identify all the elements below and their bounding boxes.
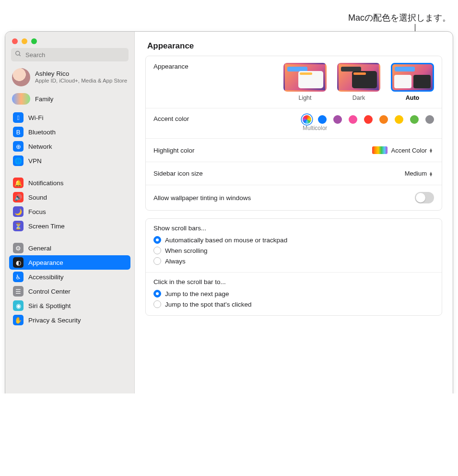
notifications-icon: 🔔 [13, 178, 23, 188]
sidebar-item-sound[interactable]: 🔊Sound [9, 190, 130, 204]
screen-time-icon: ⏳ [13, 221, 23, 231]
radio-icon [153, 290, 161, 298]
appearance-option-label: Light [298, 95, 311, 101]
sidebar-item-label: Notifications [28, 179, 64, 187]
accent-swatch-2[interactable] [333, 115, 342, 124]
appearance-label: Appearance [153, 63, 188, 70]
page-title: Appearance [135, 32, 453, 56]
scrollclick-option-label: Jump to the spot that's clicked [165, 301, 251, 308]
chevron-updown-icon: ▴▾ [430, 171, 432, 176]
sidebar-item-label: Wi-Fi [28, 114, 43, 121]
accent-swatch-3[interactable] [349, 115, 357, 124]
sidebar-item-label: Appearance [28, 259, 63, 266]
accent-swatch-6[interactable] [395, 115, 403, 124]
scrollclick-option[interactable]: Jump to the spot that's clicked [153, 299, 434, 309]
scrollbars-option[interactable]: When scrolling [153, 245, 434, 256]
scrollclick-option[interactable]: Jump to the next page [153, 288, 434, 299]
sidebar-item-label: Screen Time [28, 223, 65, 230]
accent-swatch-1[interactable] [318, 115, 327, 124]
appearance-option-dark[interactable] [337, 63, 380, 92]
sidebar-item-network[interactable]: ⊕Network [9, 139, 130, 154]
highlight-value: Accent Color [391, 147, 427, 154]
callout-top-text: Macの配色を選択します。 [249, 12, 451, 24]
account-name: Ashley Rico [35, 70, 127, 77]
chevron-updown-icon: ▴▾ [430, 148, 432, 153]
wi-fi-icon: 􀙇 [13, 112, 23, 123]
avatar [12, 68, 30, 86]
accent-swatch-7[interactable] [410, 115, 419, 124]
wallpaper-tint-label: Allow wallpaper tinting in windows [153, 194, 251, 202]
accessibility-icon: ♿︎ [13, 272, 23, 282]
vpn-icon: 🌐 [13, 155, 23, 166]
sidebar-item-label: General [28, 245, 51, 252]
main-panel: Appearance Appearance LightDarkAuto Acce… [135, 32, 453, 393]
scrollbars-option[interactable]: Always [153, 256, 434, 266]
sidebar-item-focus[interactable]: 🌙Focus [9, 204, 130, 219]
wallpaper-tint-toggle[interactable] [415, 192, 434, 203]
network-icon: ⊕ [13, 141, 23, 152]
minimize-button[interactable] [22, 38, 27, 44]
family-icon [12, 93, 30, 105]
close-button[interactable] [12, 38, 18, 44]
sidebar-item-label: Network [28, 143, 52, 150]
focus-icon: 🌙 [13, 206, 23, 217]
siri-spotlight-icon: ◉ [13, 300, 23, 311]
sidebar-item-label: Bluetooth [28, 129, 56, 136]
scrollbars-option-label: Always [165, 258, 186, 265]
apple-id-row[interactable]: Ashley Rico Apple ID, iCloud+, Media & A… [5, 66, 134, 91]
accent-swatch-4[interactable] [364, 115, 373, 124]
sidebar-item-siri-spotlight[interactable]: ◉Siri & Spotlight [9, 298, 130, 313]
sidebar-item-screen-time[interactable]: ⏳Screen Time [9, 219, 130, 233]
scroll-panel: Show scroll bars... Automatically based … [145, 218, 442, 316]
scrollbars-option-label: When scrolling [165, 247, 208, 254]
sidebar: Ashley Rico Apple ID, iCloud+, Media & A… [5, 32, 135, 393]
sidebar-item-wi-fi[interactable]: 􀙇Wi-Fi [9, 110, 130, 125]
sidebar-item-label: Control Center [28, 288, 70, 295]
zoom-button[interactable] [31, 38, 37, 44]
window-controls [5, 32, 134, 48]
scrollclick-title: Click in the scroll bar to... [153, 278, 434, 286]
bluetooth-icon: B [13, 127, 23, 137]
family-row[interactable]: Family [5, 91, 134, 110]
sidebar-item-privacy-security[interactable]: ✋Privacy & Security [9, 313, 130, 327]
accent-label: Accent color [153, 115, 189, 122]
accent-swatch-0[interactable] [303, 115, 311, 124]
scrollclick-option-label: Jump to the next page [165, 290, 229, 298]
control-center-icon: ☰ [13, 286, 23, 297]
settings-window: Ashley Rico Apple ID, iCloud+, Media & A… [5, 31, 453, 393]
sidebar-item-control-center[interactable]: ☰Control Center [9, 284, 130, 298]
appearance-options: LightDarkAuto [283, 63, 434, 101]
accent-swatch-8[interactable] [425, 115, 434, 124]
search-icon [15, 50, 22, 59]
appearance-icon: ◐ [13, 257, 23, 268]
privacy-security-icon: ✋ [13, 315, 23, 325]
sidebar-item-label: Accessibility [28, 274, 64, 281]
highlight-popup[interactable]: Accent Color ▴▾ [368, 145, 434, 155]
radio-icon [153, 300, 161, 308]
radio-icon [153, 257, 161, 265]
sidebar-item-appearance[interactable]: ◐Appearance [9, 255, 130, 270]
accent-selected-label: Multicolor [303, 125, 434, 131]
sidebar-item-accessibility[interactable]: ♿︎Accessibility [9, 270, 130, 284]
sidebar-size-value: Medium [405, 170, 427, 177]
appearance-option-light[interactable] [283, 63, 327, 92]
sidebar-size-popup[interactable]: Medium ▴▾ [401, 169, 434, 178]
svg-point-0 [16, 51, 20, 55]
scrollbars-option[interactable]: Automatically based on mouse or trackpad [153, 235, 434, 245]
accent-swatch-5[interactable] [379, 115, 388, 124]
sidebar-item-label: Privacy & Security [28, 317, 81, 324]
appearance-option-auto[interactable] [391, 63, 434, 92]
sidebar-item-label: Siri & Spotlight [28, 302, 71, 309]
sidebar-size-label: Sidebar icon size [153, 170, 203, 177]
radio-icon [153, 236, 161, 244]
search-input[interactable] [11, 48, 129, 61]
scrollbars-title: Show scroll bars... [153, 225, 434, 232]
highlight-swatch-icon [372, 146, 388, 154]
sidebar-list: 􀙇Wi-FiBBluetooth⊕Network🌐VPN🔔Notificatio… [5, 110, 134, 393]
sidebar-item-label: Focus [28, 208, 46, 215]
sidebar-item-notifications[interactable]: 🔔Notifications [9, 176, 130, 190]
sidebar-item-label: VPN [28, 157, 42, 165]
sidebar-item-bluetooth[interactable]: BBluetooth [9, 125, 130, 139]
sidebar-item-general[interactable]: ⚙General [9, 241, 130, 255]
sidebar-item-vpn[interactable]: 🌐VPN [9, 154, 130, 168]
